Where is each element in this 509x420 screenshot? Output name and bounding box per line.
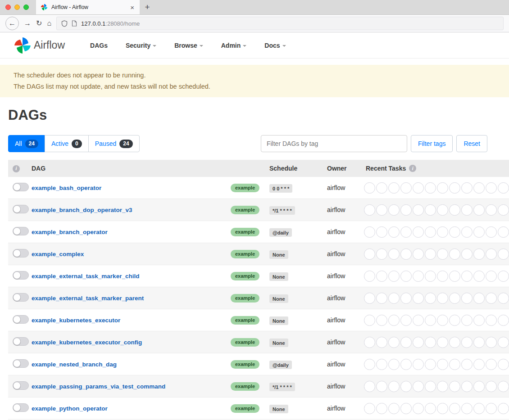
reset-button[interactable]: Reset: [456, 135, 487, 152]
dag-tag-badge[interactable]: example: [231, 382, 259, 391]
shield-icon[interactable]: [61, 20, 68, 27]
dag-link[interactable]: example_external_task_marker_parent: [32, 295, 144, 302]
dag-pause-toggle[interactable]: [13, 337, 29, 346]
recent-task-circle: [473, 226, 485, 238]
nav-item-admin[interactable]: Admin: [221, 42, 247, 49]
recent-task-circle: [498, 403, 509, 414]
browser-tab-bar: Airflow - Airflow × +: [0, 0, 509, 15]
airflow-brand[interactable]: Airflow: [14, 36, 65, 54]
column-header-recent-tasks: Recent Tasks: [366, 165, 406, 172]
recent-task-circle: [376, 403, 387, 414]
dag-pause-toggle[interactable]: [13, 271, 29, 280]
url-bar[interactable]: 127.0.0.1:28080/home: [56, 17, 504, 30]
dag-pause-toggle[interactable]: [13, 359, 29, 368]
schedule-badge: 0 0 * * *: [269, 184, 292, 193]
recent-task-circle: [400, 204, 412, 216]
filter-tags-button[interactable]: Filter tags: [411, 135, 453, 152]
dag-link[interactable]: example_kubernetes_executor_config: [32, 339, 142, 346]
page-info-icon[interactable]: [72, 20, 77, 27]
dag-link[interactable]: example_python_operator: [32, 405, 108, 412]
dag-owner: airflow: [323, 272, 362, 280]
recent-task-circle: [364, 403, 375, 414]
column-header-owner[interactable]: Owner: [323, 165, 362, 172]
column-header-dag[interactable]: DAG: [32, 165, 266, 172]
filter-tab-all[interactable]: All24: [8, 135, 45, 152]
dag-link[interactable]: example_complex: [32, 251, 84, 257]
recent-task-circle: [425, 293, 436, 304]
recent-task-circle: [413, 359, 424, 370]
dag-tag-badge[interactable]: example: [231, 184, 259, 192]
dag-owner: airflow: [323, 250, 362, 257]
reload-button[interactable]: ↻: [36, 20, 42, 27]
dag-pause-toggle[interactable]: [13, 227, 29, 235]
recent-task-circle: [461, 359, 473, 370]
nav-item-docs[interactable]: Docs: [264, 42, 286, 49]
dag-link[interactable]: example_branch_dop_operator_v3: [32, 207, 132, 213]
home-button[interactable]: ⌂: [47, 20, 51, 27]
recent-task-circle: [449, 182, 460, 194]
dag-tag-badge[interactable]: example: [231, 228, 259, 236]
dag-tag-badge[interactable]: example: [231, 206, 259, 214]
recent-task-circle: [425, 359, 436, 370]
minimize-window-button[interactable]: [14, 5, 20, 10]
recent-task-circle: [498, 293, 509, 304]
tab-close-icon[interactable]: ×: [129, 4, 135, 11]
dag-tag-badge[interactable]: example: [231, 338, 259, 347]
filter-tab-paused[interactable]: Paused24: [88, 135, 140, 152]
filter-tab-label: Active: [51, 140, 68, 147]
info-icon: i: [13, 165, 20, 172]
recent-task-circle: [498, 359, 509, 370]
dag-link[interactable]: example_passing_params_via_test_command: [32, 383, 165, 390]
dag-tag-badge[interactable]: example: [231, 360, 259, 369]
recent-task-circle: [364, 204, 375, 216]
schedule-badge: None: [269, 250, 288, 259]
dag-owner: airflow: [323, 383, 362, 390]
dag-pause-toggle[interactable]: [13, 183, 29, 191]
recent-task-circle: [400, 337, 412, 348]
close-window-button[interactable]: [5, 5, 11, 10]
recent-task-circle: [425, 337, 436, 348]
recent-task-circle: [425, 381, 436, 392]
dag-pause-toggle[interactable]: [13, 293, 29, 302]
dag-tag-badge[interactable]: example: [231, 250, 259, 258]
recent-task-circle: [388, 271, 400, 282]
nav-item-security[interactable]: Security: [126, 42, 156, 49]
recent-task-circle: [461, 271, 473, 282]
dag-tag-badge[interactable]: example: [231, 404, 259, 413]
forward-button[interactable]: →: [24, 20, 31, 27]
dag-pause-toggle[interactable]: [13, 205, 29, 213]
recent-tasks: [362, 337, 509, 348]
filter-tab-active[interactable]: Active0: [45, 135, 89, 152]
recent-task-circle: [437, 204, 448, 216]
column-header-schedule[interactable]: Schedule: [266, 165, 323, 172]
toggle-knob: [13, 360, 21, 367]
new-tab-button[interactable]: +: [140, 0, 155, 14]
back-button[interactable]: ←: [5, 17, 19, 30]
browser-tab[interactable]: Airflow - Airflow ×: [36, 0, 140, 14]
dag-tag-badge[interactable]: example: [231, 272, 259, 280]
recent-task-circle: [473, 403, 485, 414]
recent-task-circle: [473, 182, 485, 194]
dag-tag-badge[interactable]: example: [231, 294, 259, 303]
filter-bar: All24Active0Paused24 Filter tags Reset: [8, 135, 509, 152]
dag-pause-toggle[interactable]: [13, 315, 29, 324]
recent-task-circle: [486, 337, 497, 348]
recent-task-circle: [376, 293, 387, 304]
dag-tag-badge[interactable]: example: [231, 316, 259, 325]
dag-link[interactable]: example_bash_operator: [32, 185, 101, 191]
dag-link[interactable]: example_branch_operator: [32, 229, 108, 235]
dag-link[interactable]: example_nested_branch_dag: [32, 361, 117, 368]
dag-pause-toggle[interactable]: [13, 403, 29, 412]
recent-task-circle: [449, 315, 460, 326]
zoom-window-button[interactable]: [23, 5, 29, 10]
tag-filter-input[interactable]: [261, 135, 407, 152]
nav-item-browse[interactable]: Browse: [174, 42, 203, 49]
dag-pause-toggle[interactable]: [13, 249, 29, 257]
dag-link[interactable]: example_external_task_marker_child: [32, 273, 139, 280]
nav-item-dags[interactable]: DAGs: [90, 42, 108, 49]
recent-task-circle: [449, 381, 460, 392]
dag-link[interactable]: example_kubernetes_executor: [32, 317, 120, 324]
dag-pause-toggle[interactable]: [13, 381, 29, 390]
dag-row: example_nested_branch_dag example @daily…: [8, 353, 509, 375]
toggle-knob: [13, 271, 21, 279]
